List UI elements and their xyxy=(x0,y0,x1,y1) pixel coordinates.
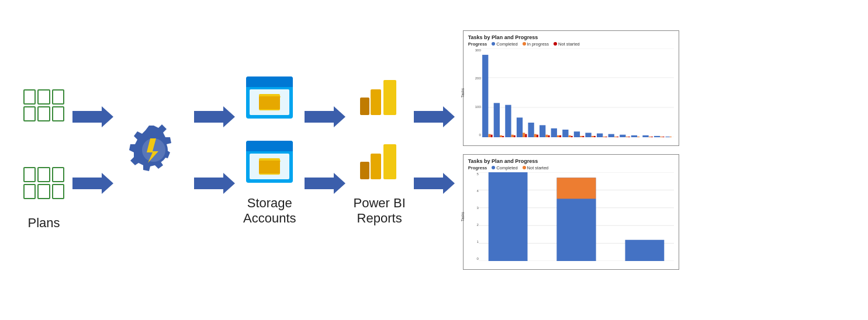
svg-rect-55 xyxy=(568,135,570,137)
chart1-legend-label: Progress xyxy=(468,41,487,47)
svg-rect-77 xyxy=(651,136,653,137)
svg-rect-93 xyxy=(625,239,664,260)
svg-rect-78 xyxy=(654,135,660,137)
chart2-y-label: Tasks xyxy=(461,211,465,221)
svg-rect-57 xyxy=(574,131,580,137)
svg-rect-24 xyxy=(383,144,396,179)
svg-marker-0 xyxy=(72,106,113,127)
powerbi-label: Power BI Reports xyxy=(354,196,406,226)
svg-rect-73 xyxy=(637,136,639,137)
svg-rect-81 xyxy=(665,136,669,137)
storage-section: Storage Accounts xyxy=(243,74,296,226)
grid-cell xyxy=(23,184,36,199)
svg-rect-61 xyxy=(591,135,593,137)
legend-notstarted: Not started xyxy=(554,41,580,47)
svg-rect-76 xyxy=(648,136,651,137)
plans-section: Plans xyxy=(23,89,64,231)
storage-icon-top xyxy=(244,74,295,121)
svg-marker-27 xyxy=(414,106,455,127)
storage-icon-bottom xyxy=(244,138,295,185)
svg-rect-52 xyxy=(557,135,559,137)
svg-rect-23 xyxy=(360,98,369,115)
svg-rect-15 xyxy=(246,147,293,151)
svg-rect-89 xyxy=(488,172,527,261)
svg-rect-9 xyxy=(246,82,293,87)
powerbi-icon-bottom xyxy=(358,138,402,185)
chart2-title: Tasks by Plan and Progress xyxy=(468,158,674,164)
grid-cell xyxy=(37,89,50,105)
storage-label: Storage Accounts xyxy=(243,196,296,226)
grid-cell xyxy=(37,106,50,121)
svg-rect-65 xyxy=(605,136,607,137)
svg-rect-63 xyxy=(597,133,603,137)
svg-rect-54 xyxy=(562,129,568,137)
plan-grid-icon-top xyxy=(23,89,64,121)
svg-rect-51 xyxy=(551,128,556,137)
svg-rect-82 xyxy=(670,136,672,137)
svg-rect-67 xyxy=(614,136,617,137)
svg-rect-35 xyxy=(490,134,492,137)
svg-rect-72 xyxy=(631,135,637,137)
arrow-bottom-to-gear xyxy=(72,173,113,194)
svg-rect-38 xyxy=(502,135,504,137)
svg-marker-6 xyxy=(194,173,235,194)
legend2-dot-completed xyxy=(492,166,495,169)
plans-label: Plans xyxy=(27,215,60,231)
svg-rect-42 xyxy=(517,117,523,137)
arrow-storage-bottom xyxy=(305,173,345,194)
svg-rect-37 xyxy=(500,135,502,137)
svg-rect-64 xyxy=(603,136,605,137)
svg-rect-59 xyxy=(582,135,584,137)
chart2-legend: Progress Completed Not started xyxy=(468,165,674,171)
powerbi-icons xyxy=(358,74,402,185)
svg-rect-69 xyxy=(620,134,625,137)
chart1-y-ticks: 300 200 100 0 xyxy=(468,48,481,137)
svg-rect-60 xyxy=(585,133,591,137)
svg-rect-75 xyxy=(642,135,648,137)
svg-rect-70 xyxy=(625,136,628,137)
svg-rect-34 xyxy=(488,134,490,137)
svg-rect-25 xyxy=(371,154,381,179)
svg-rect-18 xyxy=(259,161,280,173)
arrow-top-to-gear xyxy=(72,106,113,127)
power-automate-icon xyxy=(122,118,186,182)
svg-rect-40 xyxy=(511,134,513,137)
diagram-container: Plans xyxy=(0,0,868,320)
svg-marker-19 xyxy=(305,106,345,127)
powerbi-section: Power BI Reports xyxy=(354,74,406,226)
arrow-powerbi-top xyxy=(414,106,455,127)
svg-marker-20 xyxy=(305,173,345,194)
legend-dot-notstarted xyxy=(554,42,557,46)
svg-rect-45 xyxy=(528,123,534,137)
arrows-from-gear xyxy=(194,106,235,194)
svg-rect-56 xyxy=(570,135,572,137)
svg-rect-36 xyxy=(493,103,499,137)
grid-cell xyxy=(37,167,50,182)
chart1-legend: Progress Completed In progress Not start… xyxy=(468,41,674,47)
svg-marker-1 xyxy=(72,173,113,194)
arrows-storage-to-powerbi xyxy=(305,106,345,194)
legend-inprogress: In progress xyxy=(523,41,549,47)
chart1-area: Tasks 300 200 100 0 xyxy=(468,48,674,137)
charts-section: Tasks by Plan and Progress Progress Comp… xyxy=(463,30,679,270)
legend-completed: Completed xyxy=(492,41,517,47)
svg-rect-21 xyxy=(383,80,396,115)
grid-cell xyxy=(23,89,36,105)
svg-rect-92 xyxy=(556,199,596,260)
chart1-y-label: Tasks xyxy=(461,88,465,98)
arrow-storage-top xyxy=(305,106,345,127)
legend-dot-completed xyxy=(492,42,495,46)
svg-rect-33 xyxy=(482,54,488,137)
svg-rect-43 xyxy=(523,133,525,137)
grid-cell xyxy=(52,184,64,199)
svg-rect-47 xyxy=(537,134,538,137)
svg-rect-58 xyxy=(580,135,582,137)
grid-cell xyxy=(52,106,64,121)
svg-rect-26 xyxy=(360,162,369,179)
arrows-to-gear xyxy=(72,106,113,194)
svg-rect-79 xyxy=(660,136,662,137)
svg-rect-39 xyxy=(505,105,511,137)
arrows-powerbi-to-charts xyxy=(414,106,455,194)
svg-rect-44 xyxy=(525,134,527,137)
chart2-svg xyxy=(479,172,674,261)
